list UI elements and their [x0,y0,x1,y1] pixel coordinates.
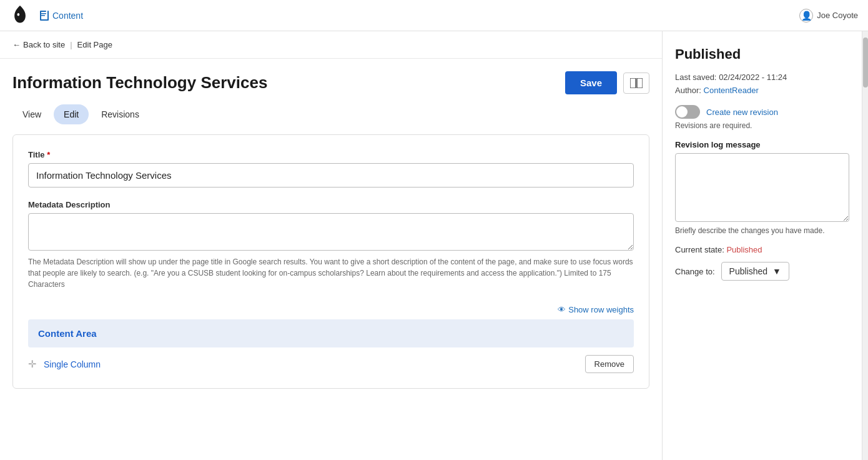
main-layout: ← Back to site | Edit Page Information T… [0,31,868,460]
user-avatar-icon: 👤 [799,9,813,22]
revision-toggle[interactable] [675,105,700,119]
current-state-value: Published [726,245,762,254]
title-field-group: Title * [28,150,634,188]
tab-bar: View Edit Revisions [0,101,662,124]
show-row-weights-container: 👁 Show row weights [28,302,634,319]
content-nav-link[interactable]: Content [40,11,83,21]
single-column-row: ✛ Single Column Remove [28,355,634,373]
show-row-weights-label: Show row weights [568,305,634,314]
svg-rect-1 [41,11,46,12]
revision-log-help: Briefly describe the changes you have ma… [675,226,849,235]
back-to-site-label: Back to site [23,40,65,49]
tab-revisions[interactable]: Revisions [91,104,149,124]
revisions-required-note: Revisions are required. [675,121,849,130]
svg-rect-8 [637,78,643,88]
change-to-row: Change to: Published ▼ [675,262,849,281]
title-input[interactable] [28,163,634,188]
svg-point-0 [17,13,20,16]
content-nav-label: Content [52,11,83,21]
topbar: Content 👤 Joe Coyote [0,0,868,31]
breadcrumb-divider: | [70,40,72,49]
create-revision-label[interactable]: Create new revision [706,108,778,117]
remove-button[interactable]: Remove [585,355,634,373]
metadata-field-group: Metadata Description The Metadata Descri… [28,200,634,290]
title-label: Title * [28,150,634,159]
eye-icon: 👁 [558,305,566,314]
svg-rect-5 [41,13,46,14]
save-button[interactable]: Save [565,71,617,94]
show-row-weights-link[interactable]: 👁 Show row weights [558,305,634,314]
svg-rect-7 [630,78,636,88]
last-saved-label: Last saved: [675,72,717,82]
revision-log-textarea[interactable] [675,153,849,222]
right-scrollbar[interactable] [862,31,868,460]
tab-view[interactable]: View [12,104,51,124]
current-state-row: Current state: Published [675,245,849,254]
metadata-help: The Metadata Description will show up un… [28,256,634,290]
change-to-select[interactable]: Published ▼ [721,262,789,281]
sidebar-status-title: Published [675,46,849,62]
page-title: Information Technology Services [12,73,267,92]
title-required-star: * [47,150,50,159]
chevron-down-icon: ▼ [772,266,781,276]
revision-toggle-row: Create new revision [675,105,849,119]
page-header: Information Technology Services Save [0,59,662,101]
current-state-label: Current state: [675,245,724,254]
svg-rect-4 [47,11,49,21]
toggle-knob [676,106,688,118]
sidebar-author: Author: ContentReader [675,86,849,95]
sidebar-last-saved: Last saved: 02/24/2022 - 11:24 [675,72,849,82]
drag-handle-icon[interactable]: ✛ [28,358,36,370]
breadcrumb-current: Edit Page [77,40,112,49]
change-to-label: Change to: [675,267,715,276]
center-area: ← Back to site | Edit Page Information T… [0,31,662,460]
scrollbar-thumb [863,38,868,88]
edit-form: Title * Metadata Description The Metadat… [12,134,649,389]
breadcrumb: ← Back to site | Edit Page [0,31,662,59]
single-column-link[interactable]: Single Column [44,359,578,369]
svg-rect-6 [41,15,45,16]
metadata-input[interactable] [28,213,634,251]
drupal-logo [10,6,30,26]
sidebar: Published Last saved: 02/24/2022 - 11:24… [662,31,862,460]
back-arrow-icon: ← [12,40,21,49]
page-header-actions: Save [565,71,649,94]
back-to-site-link[interactable]: ← Back to site [12,40,65,49]
author-link[interactable]: ContentReader [704,86,759,95]
svg-rect-2 [40,11,41,21]
author-label: Author: [675,86,701,95]
svg-rect-3 [41,19,48,21]
change-to-value: Published [729,266,768,276]
user-name: Joe Coyote [817,11,858,20]
layout-toggle-button[interactable] [623,72,649,94]
user-info: 👤 Joe Coyote [799,9,858,22]
tab-edit[interactable]: Edit [54,104,89,124]
content-area-bar: Content Area [28,319,634,348]
last-saved-value: 02/24/2022 - 11:24 [719,72,787,82]
metadata-label: Metadata Description [28,200,634,209]
revision-log-label: Revision log message [675,140,849,149]
